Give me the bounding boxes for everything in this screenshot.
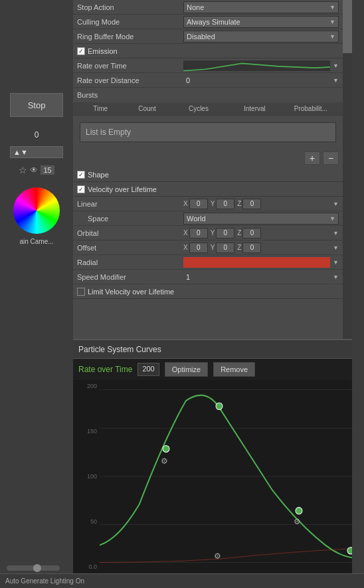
eye-icon[interactable]: 👁 <box>30 165 38 175</box>
left-dropdown[interactable]: ▲▼ <box>10 146 63 158</box>
stop-action-dropdown[interactable]: None ▼ <box>183 1 339 13</box>
bottom-text: Auto Generate Lighting On <box>5 577 84 585</box>
star-icon[interactable]: ☆ <box>19 165 27 175</box>
offset-x-item: X <box>183 243 208 253</box>
offset-z-input[interactable] <box>242 243 261 253</box>
emission-header[interactable]: ✓ Emission <box>73 44 343 58</box>
rate-over-distance-label: Rate over Distance <box>77 76 183 84</box>
main-panel: Stop Action None ▼ Culling Mode Always S… <box>73 0 352 345</box>
chart-svg: ⚙ ⚙ ⚙ <box>100 380 352 573</box>
speed-modifier-row: Speed Modifier 1 ▼ <box>73 270 343 284</box>
culling-mode-label: Culling Mode <box>77 18 183 26</box>
left-panel: Stop 0 ▲▼ ☆ 👁 15 ain Came... <box>0 0 73 588</box>
offset-arrow[interactable]: ▼ <box>333 245 339 251</box>
shape-header[interactable]: ✓ Shape <box>73 167 343 182</box>
bottom-slider[interactable] <box>7 565 60 571</box>
velocity-checkbox[interactable]: ✓ <box>77 185 85 193</box>
shape-checkbox[interactable]: ✓ <box>77 171 85 179</box>
offset-y-item: Y <box>211 243 235 253</box>
linear-z-item: Z <box>237 199 261 209</box>
ring-buffer-row: Ring Buffer Mode Disabled ▼ <box>73 29 343 44</box>
svg-text:⚙: ⚙ <box>294 517 301 526</box>
slider-thumb <box>33 564 41 572</box>
orbital-arrow[interactable]: ▼ <box>333 230 339 237</box>
linear-x-input[interactable] <box>189 199 208 209</box>
curves-title-bar: Particle System Curves <box>73 340 352 359</box>
rate-over-time-curve[interactable] <box>183 60 330 71</box>
radial-label: Radial <box>77 258 183 266</box>
linear-y-input[interactable] <box>216 199 234 209</box>
add-remove-row: + − <box>73 149 343 167</box>
orbital-value: X Y Z ▼ <box>183 228 339 239</box>
ring-buffer-text: Disabled <box>187 33 215 41</box>
speed-arrow[interactable]: ▼ <box>333 274 339 280</box>
optimize-button[interactable]: Optimize <box>165 362 208 377</box>
offset-x-input[interactable] <box>189 243 208 253</box>
curve-svg <box>183 60 330 71</box>
curves-panel: Particle System Curves Rate over Time 20… <box>73 339 352 588</box>
space-arrow: ▼ <box>329 215 335 222</box>
curves-toolbar: Rate over Time 200 Optimize Remove <box>73 359 352 380</box>
ring-buffer-dropdown[interactable]: Disabled ▼ <box>183 31 339 43</box>
stop-action-label: Stop Action <box>77 3 183 11</box>
svg-point-5 <box>163 445 169 452</box>
rate-over-time-value: ▼ <box>183 60 339 71</box>
scrollbar-thumb[interactable] <box>343 0 352 53</box>
linear-z-input[interactable] <box>242 199 261 209</box>
orbital-row: Orbital X Y Z ▼ <box>73 226 343 241</box>
num-badge: 15 <box>41 165 54 175</box>
shape-title: Shape <box>88 171 109 179</box>
offset-y-input[interactable] <box>216 243 234 253</box>
svg-text:⚙: ⚙ <box>161 456 168 466</box>
zero-label: 0 <box>35 130 39 140</box>
th-time: Time <box>77 105 124 112</box>
svg-point-7 <box>296 508 302 514</box>
list-empty-row <box>73 116 343 149</box>
radial-bar[interactable] <box>183 257 330 268</box>
speed-modifier-value: 1 ▼ <box>183 273 339 281</box>
linear-z-label: Z <box>237 200 241 207</box>
rate-value-box[interactable]: 200 <box>137 363 159 376</box>
emission-title: Emission <box>88 47 118 55</box>
stop-button[interactable]: Stop <box>10 93 63 117</box>
speed-modifier-label: Speed Modifier <box>77 273 183 281</box>
curves-remove-button[interactable]: Remove <box>213 362 255 377</box>
emission-checkbox[interactable]: ✓ <box>77 47 85 55</box>
linear-xyz: X Y Z <box>183 199 333 209</box>
orbital-x-input[interactable] <box>189 228 208 239</box>
y-label-50: 50 <box>73 518 97 525</box>
velocity-header[interactable]: ✓ Velocity over Lifetime <box>73 182 343 197</box>
chart-y-labels: 200 150 100 50 0.0 <box>73 380 100 573</box>
stop-action-value: None ▼ <box>183 1 339 13</box>
main-scrollbar[interactable] <box>343 0 352 345</box>
linear-arrow[interactable]: ▼ <box>333 201 339 207</box>
svg-point-6 <box>216 403 223 409</box>
rate-over-distance-text: 0 <box>183 76 193 84</box>
linear-y-item: Y <box>211 199 235 209</box>
orbital-y-input[interactable] <box>216 228 234 239</box>
svg-text:⚙: ⚙ <box>214 551 221 561</box>
add-burst-button[interactable]: + <box>304 151 320 165</box>
rod-arrow[interactable]: ▼ <box>333 77 339 84</box>
list-empty-input <box>80 122 336 142</box>
svg-point-8 <box>347 547 352 554</box>
stop-action-row: Stop Action None ▼ <box>73 0 343 15</box>
limit-velocity-title: Limit Velocity over Lifetime <box>88 288 174 296</box>
rate-over-distance-row: Rate over Distance 0 ▼ <box>73 73 343 88</box>
remove-burst-button[interactable]: − <box>323 151 339 165</box>
culling-mode-dropdown[interactable]: Always Simulate ▼ <box>183 16 339 28</box>
ring-buffer-label: Ring Buffer Mode <box>77 33 183 41</box>
rot-arrow[interactable]: ▼ <box>333 62 339 69</box>
color-wheel-inner <box>21 195 53 227</box>
offset-label: Offset <box>77 244 183 252</box>
radial-arrow[interactable]: ▼ <box>333 259 339 266</box>
offset-xyz: X Y Z <box>183 243 333 253</box>
orbital-z-label: Z <box>237 229 241 237</box>
linear-value: X Y Z ▼ <box>183 199 339 209</box>
panel-content: Stop Action None ▼ Culling Mode Always S… <box>73 0 343 299</box>
space-dropdown[interactable]: World ▼ <box>183 213 339 225</box>
orbital-z-input[interactable] <box>242 228 261 239</box>
limit-velocity-header[interactable]: Limit Velocity over Lifetime <box>73 284 343 299</box>
color-wheel <box>13 187 60 234</box>
limit-velocity-checkbox[interactable] <box>77 288 85 296</box>
